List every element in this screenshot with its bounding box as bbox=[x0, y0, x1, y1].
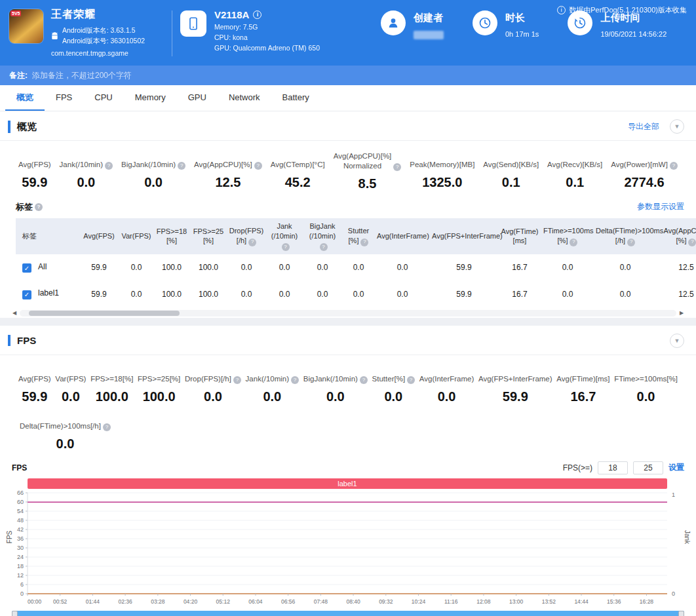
svg-text:02:36: 02:36 bbox=[118, 598, 132, 605]
metric-label-text: Avg(Power)[mW] bbox=[611, 160, 668, 170]
fps-metrics-row2: Delta(FTime)>100ms[/h]?0.0 bbox=[0, 413, 696, 460]
tab-bar: 概览FPSCPUMemoryGPUNetworkBattery bbox=[0, 85, 696, 111]
android-icon bbox=[51, 32, 58, 40]
col-header: Avg(AppCPU) [%]? bbox=[657, 218, 696, 254]
fps-collapse-button[interactable]: ▼ bbox=[670, 334, 684, 348]
info-icon[interactable]: ? bbox=[103, 423, 111, 431]
checkbox-checked[interactable]: ✓ bbox=[22, 290, 31, 299]
info-icon[interactable]: ? bbox=[360, 239, 368, 246]
tab-network[interactable]: Network bbox=[218, 85, 271, 111]
fps-threshold-high-input[interactable] bbox=[633, 461, 663, 474]
metric-label-text: Jank(/10min) bbox=[246, 374, 289, 384]
info-icon[interactable]: ? bbox=[282, 243, 290, 251]
metric-label: Avg(FPS) bbox=[18, 366, 51, 384]
metric-value: 0.0 bbox=[372, 389, 416, 404]
tag-name: label1 bbox=[38, 288, 59, 298]
value-cell: 59.9 bbox=[430, 254, 498, 281]
metric-label-text: Avg(FPS+InterFrame) bbox=[478, 374, 552, 384]
info-icon[interactable]: ? bbox=[233, 376, 241, 384]
app-meta: 王者荣耀 Android版本名: 3.63.1.5 Android版本号: 36… bbox=[51, 8, 145, 59]
scrollbar-track[interactable] bbox=[20, 310, 676, 317]
value-cell: 0.0 bbox=[266, 280, 303, 307]
tag-label: 标签 ? bbox=[16, 201, 43, 213]
info-icon[interactable]: ? bbox=[254, 162, 262, 170]
metric-label: Jank(/10min)? bbox=[246, 366, 299, 384]
tab-memory[interactable]: Memory bbox=[124, 85, 177, 111]
metric: Delta(FTime)>100ms[/h]?0.0 bbox=[20, 413, 111, 451]
remark-placeholder[interactable]: 添加备注，不超过200个字符 bbox=[32, 70, 132, 81]
metric-label: Var(FPS) bbox=[55, 366, 86, 384]
value-cell: 0.0 bbox=[541, 254, 594, 281]
col-header-text: Jank (/10min) bbox=[271, 222, 298, 240]
svg-text:16:28: 16:28 bbox=[640, 598, 654, 605]
metric: Avg(Send)[KB/s]0.1 bbox=[483, 151, 539, 191]
fps-chart[interactable]: 061218243036424854606600:0000:5201:4402:… bbox=[12, 489, 684, 609]
info-icon[interactable]: ? bbox=[570, 239, 577, 246]
info-icon[interactable]: ? bbox=[393, 163, 401, 171]
metric-value: 2774.6 bbox=[611, 175, 678, 189]
fps-chart-container: label1 061218243036424854606600:0000:520… bbox=[12, 478, 684, 609]
fps-section: FPS ▼ Avg(FPS)59.9Var(FPS)0.0FPS>=18[%]1… bbox=[0, 326, 696, 616]
scroll-left-arrow[interactable]: ◀ bbox=[10, 310, 18, 316]
threshold-set-link[interactable]: 设置 bbox=[668, 462, 684, 473]
remark-bar[interactable]: 备注: 添加备注，不超过200个字符 bbox=[0, 66, 696, 85]
chart-range-scrollbar[interactable] bbox=[12, 611, 684, 616]
svg-text:36: 36 bbox=[17, 535, 24, 542]
info-icon[interactable]: ? bbox=[320, 243, 328, 251]
value-cell: 100.0 bbox=[190, 254, 227, 281]
value-cell: 16.7 bbox=[498, 280, 541, 307]
info-icon[interactable]: ? bbox=[407, 376, 415, 384]
col-header: Stutter [%]? bbox=[342, 218, 375, 254]
overview-collapse-button[interactable]: ▼ bbox=[670, 119, 684, 134]
range-left-handle[interactable] bbox=[12, 611, 18, 616]
metric: Var(FPS)0.0 bbox=[55, 366, 86, 404]
metric: Avg(FPS)59.9 bbox=[18, 366, 51, 404]
metric: Avg(InterFrame)0.0 bbox=[419, 366, 474, 404]
export-all-link[interactable]: 导出全部 bbox=[628, 121, 659, 132]
info-icon[interactable]: ? bbox=[105, 162, 113, 170]
info-icon[interactable]: ? bbox=[35, 203, 43, 211]
creator-block: 创建者 bbox=[381, 8, 444, 59]
value-cell: 0.0 bbox=[303, 254, 342, 281]
range-right-handle[interactable] bbox=[678, 611, 684, 616]
metric-label: Avg(CTemp)[°C] bbox=[271, 151, 325, 170]
info-icon[interactable]: ? bbox=[248, 239, 256, 246]
upload-time-block: 上传时间 19/05/2021 14:56:22 bbox=[568, 8, 667, 59]
metric-value: 0.0 bbox=[121, 175, 185, 189]
metric-label: FPS>=18[%] bbox=[90, 366, 133, 384]
metric-label-text: Avg(Recv)[KB/s] bbox=[547, 160, 602, 170]
tab-gpu[interactable]: GPU bbox=[177, 85, 218, 111]
info-icon: i bbox=[557, 6, 566, 14]
param-display-settings-link[interactable]: 参数显示设置 bbox=[637, 201, 684, 212]
fps-threshold-low-input[interactable] bbox=[598, 461, 628, 474]
tab-概览[interactable]: 概览 bbox=[5, 85, 45, 111]
col-header: Avg(FTime) [ms] bbox=[498, 218, 541, 254]
metric-label-text: Delta(FTime)>100ms[/h] bbox=[20, 421, 101, 431]
col-header: Avg(FPS) bbox=[79, 218, 119, 254]
info-icon[interactable]: ? bbox=[360, 376, 368, 384]
device-info-icon[interactable]: i bbox=[253, 10, 261, 19]
info-icon[interactable]: ? bbox=[178, 162, 185, 170]
duration-value: 0h 17m 1s bbox=[505, 30, 539, 38]
metric-label: Drop(FPS)[/h]? bbox=[185, 366, 241, 384]
scroll-right-arrow[interactable]: ▶ bbox=[678, 310, 686, 316]
collect-note: i 数据由PerfDog(5.1.210300)版本收集 bbox=[557, 5, 687, 15]
info-icon[interactable]: ? bbox=[627, 239, 635, 246]
info-icon[interactable]: ? bbox=[688, 239, 696, 246]
tab-cpu[interactable]: CPU bbox=[83, 85, 123, 111]
value-cell: 0.0 bbox=[342, 280, 375, 307]
duration-label: 时长 bbox=[505, 12, 539, 24]
svg-text:11:16: 11:16 bbox=[444, 598, 458, 605]
svg-text:48: 48 bbox=[17, 517, 24, 524]
svg-text:0: 0 bbox=[672, 590, 675, 597]
metric-value: 16.7 bbox=[556, 389, 609, 404]
tab-fps[interactable]: FPS bbox=[45, 85, 83, 111]
value-cell: 0.0 bbox=[375, 254, 430, 281]
tab-battery[interactable]: Battery bbox=[271, 85, 320, 111]
overview-section-title: 概览 bbox=[8, 121, 37, 133]
tag-cell: ✓All bbox=[16, 254, 79, 281]
info-icon[interactable]: ? bbox=[670, 162, 678, 170]
checkbox-checked[interactable]: ✓ bbox=[22, 263, 31, 273]
scrollbar-thumb[interactable] bbox=[29, 311, 180, 316]
info-icon[interactable]: ? bbox=[291, 376, 299, 384]
